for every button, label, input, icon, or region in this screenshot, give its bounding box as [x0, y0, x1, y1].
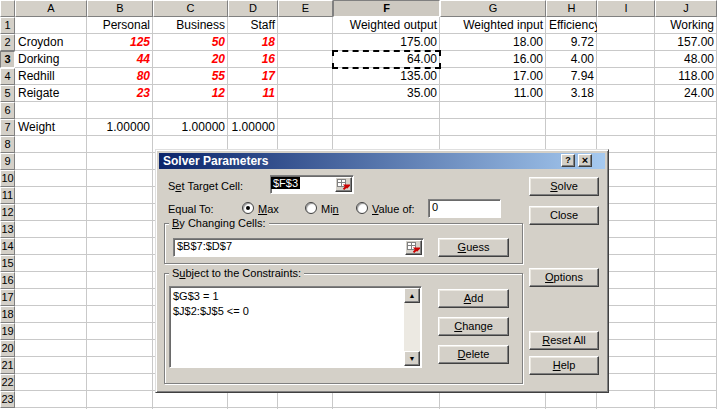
row-header-19[interactable]: 19	[0, 323, 15, 340]
scroll-up-icon[interactable]: ▲	[404, 288, 420, 303]
cell-A7[interactable]: Weight	[15, 119, 87, 136]
scroll-down-icon[interactable]: ▼	[404, 351, 420, 366]
cell-H1[interactable]: Efficiency	[546, 17, 597, 34]
row-header-11[interactable]: 11	[0, 187, 15, 204]
cell-A5[interactable]: Reigate	[15, 85, 87, 102]
cell-B7[interactable]: 1.00000	[87, 119, 153, 136]
cell-F3[interactable]: 64.00	[333, 51, 440, 68]
cell-B1[interactable]: Personal	[87, 17, 153, 34]
options-button[interactable]: Options	[529, 268, 599, 287]
cell-H4[interactable]: 7.94	[546, 68, 597, 85]
row-header-18[interactable]: 18	[0, 306, 15, 323]
close-icon[interactable]: ×	[578, 154, 592, 167]
cell-G1[interactable]: Weighted input	[440, 17, 546, 34]
add-button[interactable]: Add	[438, 289, 509, 308]
column-header-d[interactable]: D	[228, 0, 278, 17]
help-button[interactable]: Help	[529, 356, 599, 375]
reset-all-button[interactable]: Reset All	[529, 331, 599, 350]
value-of-input[interactable]: 0	[428, 199, 501, 218]
value-of-radio[interactable]	[356, 202, 368, 214]
constraints-listbox[interactable]: $G$3 = 1 $J$2:$J$5 <= 0 ▲ ▼	[169, 286, 422, 368]
cell-F2[interactable]: 175.00	[333, 34, 440, 51]
cell-J2[interactable]: 157.00	[655, 34, 717, 51]
max-radio[interactable]	[242, 202, 254, 214]
cell-G3[interactable]: 16.00	[440, 51, 546, 68]
column-header-a[interactable]: A	[15, 0, 87, 17]
cell-J5[interactable]: 24.00	[655, 85, 717, 102]
row-header-22[interactable]: 22	[0, 374, 15, 391]
cell-D2[interactable]: 18	[228, 34, 278, 51]
cell-H2[interactable]: 9.72	[546, 34, 597, 51]
help-icon[interactable]: ?	[561, 154, 575, 167]
value-of-radio-label[interactable]: Value of:	[372, 203, 415, 215]
cell-A4[interactable]: Redhill	[15, 68, 87, 85]
column-header-f[interactable]: F	[333, 0, 440, 17]
target-cell-input[interactable]: $F$3	[270, 175, 354, 194]
row-header-10[interactable]: 10	[0, 170, 15, 187]
cell-C2[interactable]: 50	[153, 34, 228, 51]
cell-B5[interactable]: 23	[87, 85, 153, 102]
cell-C3[interactable]: 20	[153, 51, 228, 68]
cell-B4[interactable]: 80	[87, 68, 153, 85]
delete-button[interactable]: Delete	[438, 345, 509, 364]
close-button[interactable]: Close	[529, 206, 599, 225]
column-header-j[interactable]: J	[655, 0, 717, 17]
row-header-8[interactable]: 8	[0, 136, 15, 153]
guess-button[interactable]: Guess	[438, 238, 509, 257]
cell-B2[interactable]: 125	[87, 34, 153, 51]
min-radio[interactable]	[305, 202, 317, 214]
cell-D5[interactable]: 11	[228, 85, 278, 102]
column-header-h[interactable]: H	[546, 0, 597, 17]
row-header-4[interactable]: 4	[0, 68, 15, 85]
cell-F1[interactable]: Weighted output	[333, 17, 440, 34]
row-header-7[interactable]: 7	[0, 119, 15, 136]
row-header-23[interactable]: 23	[0, 391, 15, 408]
constraint-item[interactable]: $J$2:$J$5 <= 0	[170, 304, 421, 319]
cell-F5[interactable]: 35.00	[333, 85, 440, 102]
row-header-2[interactable]: 2	[0, 34, 15, 51]
cell-H3[interactable]: 4.00	[546, 51, 597, 68]
column-header-c[interactable]: C	[153, 0, 228, 17]
max-radio-label[interactable]: Max	[258, 203, 279, 215]
constraint-item[interactable]: $G$3 = 1	[170, 289, 421, 304]
row-header-20[interactable]: 20	[0, 340, 15, 357]
row-header-9[interactable]: 9	[0, 153, 15, 170]
cell-G5[interactable]: 11.00	[440, 85, 546, 102]
collapse-dialog-icon[interactable]	[405, 240, 422, 255]
row-header-12[interactable]: 12	[0, 204, 15, 221]
column-header-i[interactable]: I	[597, 0, 655, 17]
collapse-dialog-icon[interactable]	[335, 177, 352, 192]
cell-C5[interactable]: 12	[153, 85, 228, 102]
column-header-g[interactable]: G	[440, 0, 546, 17]
row-header-1[interactable]: 1	[0, 17, 15, 34]
change-button[interactable]: Change	[438, 317, 509, 336]
cell-C4[interactable]: 55	[153, 68, 228, 85]
row-header-3[interactable]: 3	[0, 51, 15, 68]
row-header-5[interactable]: 5	[0, 85, 15, 102]
cell-D3[interactable]: 16	[228, 51, 278, 68]
cell-J4[interactable]: 118.00	[655, 68, 717, 85]
row-header-16[interactable]: 16	[0, 272, 15, 289]
constraints-scrollbar[interactable]: ▲ ▼	[404, 288, 420, 366]
solve-button[interactable]: Solve	[529, 177, 599, 196]
row-header-6[interactable]: 6	[0, 102, 15, 119]
row-header-14[interactable]: 14	[0, 238, 15, 255]
cell-D1[interactable]: Staff	[228, 17, 278, 34]
cell-G2[interactable]: 18.00	[440, 34, 546, 51]
cell-A2[interactable]: Croydon	[15, 34, 87, 51]
cell-A3[interactable]: Dorking	[15, 51, 87, 68]
select-all-corner[interactable]	[0, 0, 15, 17]
cell-F4[interactable]: 135.00	[333, 68, 440, 85]
cell-H5[interactable]: 3.18	[546, 85, 597, 102]
min-radio-label[interactable]: Min	[321, 203, 339, 215]
cell-J1[interactable]: Working	[655, 17, 717, 34]
cell-B3[interactable]: 44	[87, 51, 153, 68]
dialog-titlebar[interactable]: Solver Parameters ? ×	[159, 153, 605, 169]
cell-D4[interactable]: 17	[228, 68, 278, 85]
cell-G4[interactable]: 17.00	[440, 68, 546, 85]
row-header-13[interactable]: 13	[0, 221, 15, 238]
changing-cells-input[interactable]: $B$7:$D$7	[173, 238, 424, 257]
cell-C1[interactable]: Business	[153, 17, 228, 34]
row-header-15[interactable]: 15	[0, 255, 15, 272]
cell-D7[interactable]: 1.00000	[228, 119, 278, 136]
